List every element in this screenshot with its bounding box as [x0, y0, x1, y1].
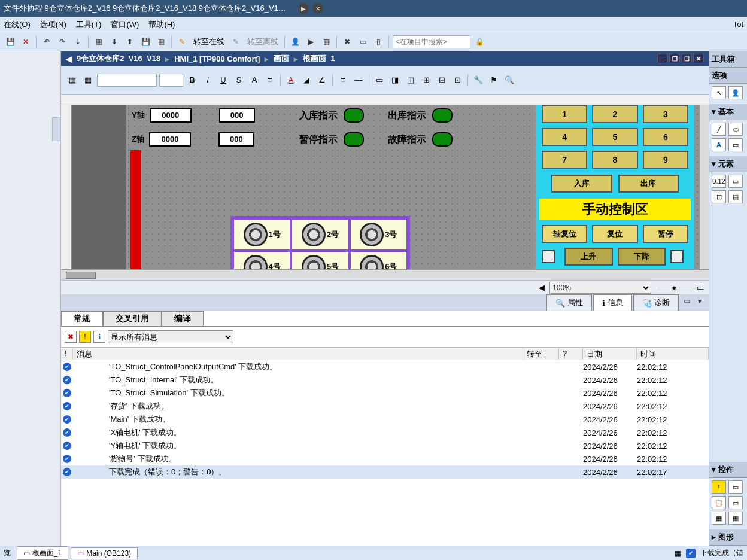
wrench-icon[interactable]: 🔧	[472, 74, 485, 87]
key-1[interactable]: 1	[542, 105, 587, 123]
key-5[interactable]: 5	[592, 128, 637, 146]
tab-info[interactable]: ℹ 信息	[593, 294, 632, 311]
warn-filter-icon[interactable]: !	[79, 331, 91, 343]
flag-icon[interactable]: ⚑	[487, 74, 500, 87]
left-collapser[interactable]	[52, 117, 60, 141]
z-axis-val2[interactable]: 000	[218, 132, 254, 147]
switch-icon[interactable]: ⊞	[712, 190, 726, 203]
rack-cell-2[interactable]: 2号	[292, 220, 348, 249]
zoom-slider[interactable]: ——●——	[656, 283, 692, 292]
line-width-icon[interactable]: —	[352, 74, 365, 87]
menu-online[interactable]: 在线(O)	[4, 19, 31, 30]
info-filter-icon[interactable]: ℹ	[93, 331, 105, 343]
ctrl-icon-2[interactable]: ▭	[728, 480, 743, 494]
win-min-icon[interactable]: _	[657, 54, 668, 63]
rack-cell-3[interactable]: 3号	[351, 220, 406, 249]
rack-cell-4[interactable]: 4号	[234, 252, 290, 269]
key-7[interactable]: 7	[542, 151, 587, 169]
menu-tools[interactable]: 工具(T)	[76, 19, 102, 30]
font-color-icon[interactable]: A	[284, 74, 297, 87]
toolbox-element[interactable]: ▾ 元素	[709, 156, 747, 172]
nav-left-icon[interactable]: ◀	[66, 54, 72, 63]
shape-icon[interactable]: ⬭	[728, 123, 743, 136]
status-tab-1[interactable]: ▭根画面_1	[17, 546, 68, 560]
download-icon[interactable]: ⇣	[71, 35, 84, 48]
iofield-icon[interactable]: 0.12	[712, 175, 726, 188]
key-2[interactable]: 2	[592, 105, 637, 123]
font-family-input[interactable]	[97, 74, 157, 87]
zoom-icon[interactable]: 🔍	[503, 74, 516, 87]
zoom-select[interactable]: 100%	[549, 282, 651, 294]
in-button[interactable]: 入库	[551, 175, 612, 193]
key-3[interactable]: 3	[643, 105, 688, 123]
key-6[interactable]: 6	[643, 128, 688, 146]
undo-icon[interactable]: ↶	[40, 35, 53, 48]
pencil-icon[interactable]: ✎	[175, 35, 189, 48]
message-row[interactable]: ✔'TO_Struct_Internal' 下载成功。2024/2/2622:0…	[61, 373, 709, 386]
tb-icon-2[interactable]: ⬇	[108, 35, 121, 48]
ctrl-icon-5[interactable]: ▦	[712, 512, 726, 525]
message-row[interactable]: ✔'货物号' 下载成功。2024/2/2622:02:12	[61, 452, 709, 465]
z-axis-val1[interactable]: 0000	[149, 132, 191, 147]
tb-icon-7[interactable]: ▶	[304, 35, 317, 48]
chk-up[interactable]	[542, 250, 555, 263]
itab-xref[interactable]: 交叉引用	[103, 311, 162, 326]
bc-3[interactable]: 画面	[274, 53, 289, 64]
align-icon[interactable]: ≡	[263, 74, 277, 87]
text-icon[interactable]: A	[712, 138, 726, 151]
fb-icon-1[interactable]: ▦	[66, 74, 79, 87]
rack-cell-5[interactable]: 5号	[292, 252, 348, 269]
line-icon[interactable]: ╱	[712, 123, 726, 136]
fill-color-icon[interactable]: ◢	[300, 74, 313, 87]
ctrl-icon-4[interactable]: ▭	[728, 496, 743, 509]
layer-icon-2[interactable]: ◨	[388, 74, 402, 87]
y-axis-val1[interactable]: 0000	[150, 108, 192, 123]
title-play-icon[interactable]: ▶	[298, 3, 309, 14]
tb-icon-1[interactable]: ▦	[92, 35, 105, 48]
key-9[interactable]: 9	[643, 151, 688, 169]
win-restore-icon[interactable]: ❐	[669, 54, 680, 63]
prop-down-icon[interactable]: ▾	[693, 294, 706, 308]
h-scrollbar[interactable]	[61, 269, 709, 280]
fb-icon-2[interactable]: ▦	[81, 74, 95, 87]
recipe-icon[interactable]: 📋	[712, 496, 726, 509]
strike-icon[interactable]: S	[232, 74, 245, 87]
person-icon[interactable]: 👤	[728, 86, 743, 99]
close-icon[interactable]: ✕	[19, 35, 32, 48]
toolbox-controls[interactable]: ▾ 控件	[709, 462, 747, 478]
message-row[interactable]: ✔'存货' 下载成功。2024/2/2622:02:12	[61, 400, 709, 413]
manual-btn-0[interactable]: 轴复位	[542, 225, 587, 243]
menu-help[interactable]: 帮助(H)	[148, 19, 175, 30]
key-8[interactable]: 8	[592, 151, 637, 169]
line-color-icon[interactable]: ∠	[315, 74, 329, 87]
up-button[interactable]: 上升	[564, 248, 613, 266]
message-row[interactable]: ✔'X轴电机' 下载成功。2024/2/2622:02:12	[61, 426, 709, 439]
underline-icon[interactable]: U	[217, 74, 230, 87]
layer-icon-5[interactable]: ⊟	[435, 74, 448, 87]
v-scrollbar[interactable]	[699, 105, 709, 269]
italic-icon[interactable]: I	[201, 74, 214, 87]
message-row[interactable]: ✔下载完成（错误：0；警告：0）。2024/2/2622:02:17	[61, 465, 709, 479]
alarm-icon[interactable]: !	[712, 480, 726, 494]
win-max-icon[interactable]: ☐	[681, 54, 692, 63]
go-online-button[interactable]: 转至在线	[191, 36, 227, 47]
tab-properties[interactable]: 🔍 属性	[546, 294, 592, 311]
status-tree[interactable]: 览	[0, 548, 14, 558]
hmi-canvas[interactable]: Y轴 0000 000 Z轴 0000 000	[72, 105, 709, 269]
rack-cell-6[interactable]: 6号	[351, 252, 406, 269]
tab-diagnostics[interactable]: 🩺 诊断	[633, 294, 679, 311]
message-row[interactable]: ✔'TO_Struct_ControlPanelOutputCmd' 下载成功。…	[61, 360, 709, 373]
message-row[interactable]: ✔'Main' 下载成功。2024/2/2622:02:12	[61, 413, 709, 426]
ctrl-icon-6[interactable]: ▦	[728, 512, 743, 525]
layer-icon-1[interactable]: ▭	[373, 74, 386, 87]
itab-general[interactable]: 常规	[61, 311, 103, 326]
layer-icon-3[interactable]: ◫	[404, 74, 417, 87]
tb-icon-5[interactable]: ▦	[154, 35, 168, 48]
manual-btn-2[interactable]: 暂停	[643, 225, 688, 243]
bc-4[interactable]: 根画面_1	[303, 53, 335, 64]
manual-btn-1[interactable]: 复位	[592, 225, 637, 243]
toolbox-options[interactable]: 选项	[709, 68, 747, 84]
title-close-icon[interactable]: ✕	[312, 3, 323, 14]
search-input[interactable]	[393, 35, 470, 48]
toolbox-graphics[interactable]: ▸ 图形	[709, 529, 747, 546]
